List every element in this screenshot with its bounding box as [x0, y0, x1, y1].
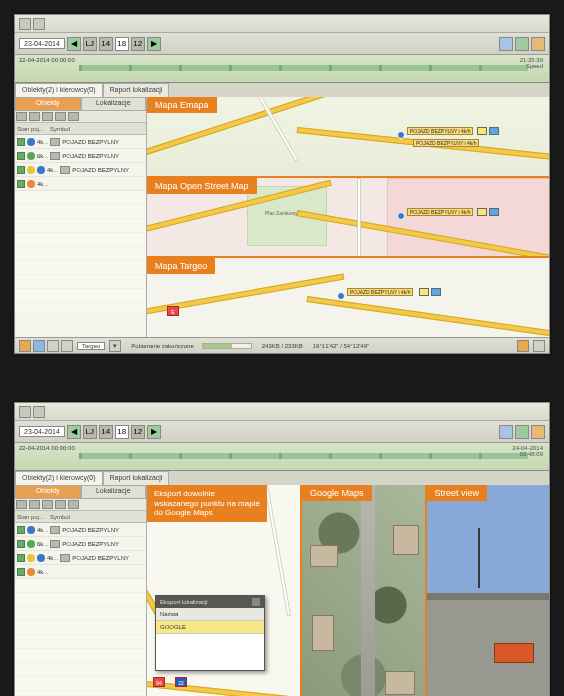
map-provider-label: Mapa Targeo: [147, 258, 215, 274]
main-toolbar: 23-04-2014 ◀ LJ 14 18 12 ▶: [15, 421, 549, 443]
vehicle-icon: [50, 540, 60, 548]
checkbox-icon[interactable]: [17, 554, 25, 562]
map-provider-select[interactable]: Targeo: [77, 342, 105, 350]
map-panel-street-view[interactable]: Street view Google: [427, 485, 549, 696]
sidebar-tool-icon[interactable]: [42, 112, 53, 121]
sidebar-tool-icon[interactable]: [16, 500, 27, 509]
vehicle-row[interactable]: 4k... POJAZD BEZPYLNY: [15, 163, 146, 177]
sidebar-tool-icon[interactable]: [29, 112, 40, 121]
date-field[interactable]: 23-04-2014: [19, 38, 65, 49]
window-titlebar[interactable]: [15, 403, 549, 421]
vehicle-row[interactable]: 6k... POJAZD BEZPYLNY: [15, 149, 146, 163]
calendar-prev-icon[interactable]: ◀: [67, 425, 81, 439]
status-icon[interactable]: [61, 340, 73, 352]
btn-12[interactable]: 12: [131, 425, 145, 439]
download-progress: [202, 343, 252, 349]
toolbar-icon[interactable]: [515, 425, 529, 439]
speed-cell: 4k...: [37, 527, 48, 533]
street-pole: [478, 528, 480, 588]
timeline-start-time: 22-04-2014 00:00:00: [19, 57, 75, 63]
vehicle-row[interactable]: 4k... POJAZD BEZPYLNY: [15, 135, 146, 149]
sidebar-tab-obiekty[interactable]: Obiekty: [15, 485, 81, 499]
status-bytes: 243KB / 233KB: [262, 343, 303, 349]
timeline-bar[interactable]: 22-04-2014 00:00:00 24-04-2014 03:48:09: [15, 443, 549, 471]
vehicle-marker-icon[interactable]: [337, 292, 345, 300]
checkbox-icon[interactable]: [17, 526, 25, 534]
toolbar-icon[interactable]: [499, 425, 513, 439]
sidebar-tab-lokalizacje[interactable]: Lokalizacje: [81, 485, 147, 499]
calendar-prev-icon[interactable]: ◀: [67, 37, 81, 51]
status-icon[interactable]: [19, 340, 31, 352]
map-panel-google-maps[interactable]: Google Maps 50 m Google: [302, 485, 426, 696]
calendar-next-icon[interactable]: ▶: [147, 425, 161, 439]
toolbar-icon[interactable]: [531, 37, 545, 51]
map-panel-targeo[interactable]: E POJAZD BEZPYLNY i 4k/h Mapa Targeo: [147, 258, 549, 337]
timeline-bar[interactable]: 22-04-2014 00:00:00 21:35:39 Speed: [15, 55, 549, 83]
map-panel-emapa[interactable]: POJAZD BEZPYLNY i 4k/h POJAZD BEZPYLNY i…: [147, 97, 549, 178]
titlebar-btn[interactable]: [19, 18, 31, 30]
status-icon[interactable]: [517, 340, 529, 352]
tab-objects[interactable]: Obiekty(2) i kierowcy(0): [15, 83, 103, 97]
checkbox-icon[interactable]: [17, 152, 25, 160]
tab-report[interactable]: Raport lokalizacji: [103, 471, 170, 485]
vehicle-name: POJAZD BEZPYLNY: [62, 153, 119, 159]
export-option-google[interactable]: GOOGLE: [156, 621, 264, 634]
toolbar-icon[interactable]: [515, 37, 529, 51]
vehicle-row[interactable]: 6k... POJAZD BEZPYLNY: [15, 537, 146, 551]
titlebar-btn[interactable]: [19, 406, 31, 418]
sidebar-tool-icon[interactable]: [55, 500, 66, 509]
sidebar-tool-icon[interactable]: [55, 112, 66, 121]
vehicle-marker-label: POJAZD BEZPYLNY i 4k/h: [413, 139, 479, 147]
titlebar-btn[interactable]: [33, 406, 45, 418]
titlebar-btn[interactable]: [33, 18, 45, 30]
export-dialog[interactable]: Eksport lokalizacji Nazwa GOOGLE: [155, 595, 265, 671]
btn-lj[interactable]: LJ: [83, 425, 97, 439]
sidebar-tool-icon[interactable]: [29, 500, 40, 509]
status-icon[interactable]: [533, 340, 545, 352]
sidebar-tool-icon[interactable]: [42, 500, 53, 509]
btn-18[interactable]: 18: [115, 37, 129, 51]
status-icon[interactable]: [33, 340, 45, 352]
window-titlebar[interactable]: [15, 15, 549, 33]
vehicle-marker-icon[interactable]: [397, 212, 405, 220]
btn-18[interactable]: 18: [115, 425, 129, 439]
tab-objects[interactable]: Obiekty(2) i kierowcy(0): [15, 471, 103, 485]
toolbar-icon[interactable]: [531, 425, 545, 439]
calendar-next-icon[interactable]: ▶: [147, 37, 161, 51]
speed-cell: 4k...: [37, 139, 48, 145]
checkbox-icon[interactable]: [17, 138, 25, 146]
sidebar-tool-icon[interactable]: [68, 112, 79, 121]
vehicle-row[interactable]: 4k...: [15, 565, 146, 579]
vehicle-row[interactable]: 4k...: [15, 177, 146, 191]
speed-cell: 4k...: [37, 181, 48, 187]
sidebar-tab-obiekty[interactable]: Obiekty: [15, 97, 81, 111]
status-icon[interactable]: [47, 340, 59, 352]
sidebar: Obiekty Lokalizacje Stan poj... Symbol 4…: [15, 485, 147, 696]
map-panel-export[interactable]: Eksport dowolnie wskazanego punktu na ma…: [147, 485, 302, 696]
date-field[interactable]: 23-04-2014: [19, 426, 65, 437]
close-icon[interactable]: [252, 598, 260, 606]
toolbar-icon[interactable]: [499, 37, 513, 51]
btn-lj[interactable]: LJ: [83, 37, 97, 51]
btn-14[interactable]: 14: [99, 37, 113, 51]
btn-14[interactable]: 14: [99, 425, 113, 439]
dropdown-icon[interactable]: ▾: [109, 340, 121, 352]
checkbox-icon[interactable]: [17, 568, 25, 576]
map-panel-osm[interactable]: Plac Zamkowy POJAZD BEZPYLNY i 4k/h Mapa…: [147, 178, 549, 259]
sidebar-tool-icon[interactable]: [68, 500, 79, 509]
status-bar: Targeo ▾ Pobieranie zakończone 243KB / 2…: [15, 337, 549, 353]
sidebar-tool-icon[interactable]: [16, 112, 27, 121]
btn-12[interactable]: 12: [131, 37, 145, 51]
checkbox-icon[interactable]: [17, 166, 25, 174]
vehicle-row[interactable]: 4k... POJAZD BEZPYLNY: [15, 523, 146, 537]
timeline-end-time: 03:48:09: [512, 451, 543, 457]
checkbox-icon[interactable]: [17, 180, 25, 188]
vehicle-row[interactable]: 4k... POJAZD BEZPYLNY: [15, 551, 146, 565]
tab-report[interactable]: Raport lokalizacji: [103, 83, 170, 97]
checkbox-icon[interactable]: [17, 540, 25, 548]
vehicle-marker-icon[interactable]: [397, 131, 405, 139]
status-dot-icon: [27, 540, 35, 548]
export-column-header: Nazwa: [156, 608, 264, 621]
status-coords: 19°11'42" / 54°12'49": [313, 343, 369, 349]
sidebar-tab-lokalizacje[interactable]: Lokalizacje: [81, 97, 147, 111]
